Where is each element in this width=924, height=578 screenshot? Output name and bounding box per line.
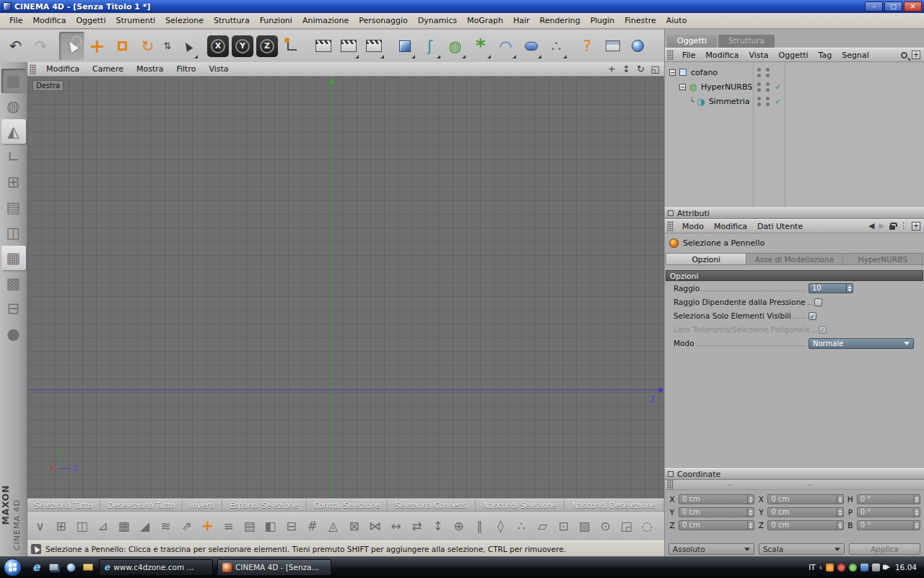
object-row-hypernurbs[interactable]: − ◍ HyperNURBS ✓ <box>665 79 924 94</box>
object-manager-menu-item[interactable]: File <box>677 51 700 60</box>
modeling-tool-icon[interactable]: ⊞ <box>51 514 71 538</box>
object-axis-mode-icon[interactable]: ⊟ <box>1 296 26 321</box>
modeling-tool-icon[interactable]: ▱ <box>532 514 553 538</box>
media-player-icon[interactable] <box>64 559 78 575</box>
taskbar-button-browser[interactable]: e www.c4dzone.com ... <box>99 559 213 576</box>
size-field[interactable]: 0 cm <box>767 494 843 504</box>
toggle-view-icon[interactable]: ◱ <box>649 64 661 75</box>
modeling-tool-icon[interactable]: ◫ <box>71 514 92 538</box>
workplane-mode-icon[interactable]: ▩ <box>1 271 26 296</box>
scale-mode-dropdown[interactable]: Scala <box>759 543 845 555</box>
modeling-tool-icon[interactable]: ◊ <box>490 514 511 538</box>
selection-command-button[interactable]: Inverti <box>183 499 222 511</box>
object-row-simmetria[interactable]: └ ◑ Simmetria ✓ <box>665 94 924 108</box>
minimize-button[interactable]: – <box>865 1 883 12</box>
taskbar-button-cinema4d[interactable]: CINEMA 4D - [Senza... <box>217 559 331 576</box>
redo-button[interactable]: ↷ <box>28 32 53 61</box>
render-visibility-dots[interactable] <box>766 82 770 92</box>
add-nurbs-button[interactable]: ◍ <box>443 32 468 61</box>
viewport-menu-item[interactable]: Filtro <box>170 64 202 74</box>
viewport-menu-item[interactable]: Vista <box>202 64 235 74</box>
selection-command-button[interactable]: Contrai Selezione <box>306 499 388 511</box>
add-primitive-cube-button[interactable] <box>392 32 417 61</box>
history-dots-icon[interactable]: ⋮ <box>899 222 907 230</box>
modeling-tool-icon[interactable]: ↔ <box>385 514 406 538</box>
spinner-arrows[interactable] <box>837 508 843 517</box>
modeling-tool-icon[interactable]: ∨ <box>30 514 51 538</box>
spinner-arrows[interactable] <box>747 521 754 530</box>
render-visibility-dots[interactable] <box>766 68 770 77</box>
menu-item[interactable]: Oggetti <box>71 13 110 28</box>
editor-visibility-dots[interactable] <box>757 68 761 77</box>
add-spline-button[interactable]: ʃ <box>417 32 443 61</box>
hidden-icons-chevron[interactable]: ‹ <box>819 563 822 571</box>
drag-handle[interactable] <box>667 50 674 60</box>
points-mode-icon[interactable]: ◭ <box>1 119 26 144</box>
modeling-tool-icon[interactable]: ⇄ <box>406 514 427 538</box>
object-row-cofano[interactable]: − cofano <box>665 65 924 79</box>
drag-handle[interactable] <box>667 480 674 490</box>
spinner-arrows[interactable] <box>913 508 920 517</box>
menu-item[interactable]: File <box>4 13 27 28</box>
drag-handle[interactable] <box>667 221 674 231</box>
modeling-tool-icon[interactable]: ↕ <box>427 514 448 538</box>
maximize-button[interactable]: □ <box>884 1 902 12</box>
render-view-button[interactable] <box>310 32 336 61</box>
menu-item[interactable]: Rendering <box>535 13 585 28</box>
attributes-menu-item[interactable]: Modo <box>677 222 709 231</box>
explorer-folder-icon[interactable] <box>81 559 95 575</box>
menu-item[interactable]: Struttura <box>209 13 255 28</box>
live-selection-button[interactable] <box>59 32 84 61</box>
spinner-arrows[interactable] <box>837 521 843 530</box>
selection-command-button[interactable]: Deseleziona Tutto <box>100 499 183 511</box>
modeling-tool-icon[interactable]: ⊙ <box>595 514 616 538</box>
add-environment-button[interactable] <box>518 32 544 61</box>
selection-command-button[interactable]: Seleziona Tutto <box>27 499 100 511</box>
position-field[interactable]: 0 cm <box>679 507 754 517</box>
modeling-tool-icon[interactable]: ⇗ <box>176 514 197 538</box>
modeling-tool-icon[interactable]: ⊡ <box>553 514 574 538</box>
modeling-tool-icon[interactable]: ⋈ <box>365 514 385 538</box>
modeling-tool-icon[interactable]: ⊿ <box>92 514 113 538</box>
rotation-field[interactable]: 0 ° <box>857 520 920 530</box>
menu-item[interactable]: Strumenti <box>110 13 160 28</box>
volume-icon[interactable] <box>885 564 890 570</box>
tab-asse-di-modellazione[interactable]: Asse di Modellazione <box>746 253 842 265</box>
selection-command-button[interactable]: Espandi Selezione <box>222 499 306 511</box>
editor-visibility-dots[interactable] <box>757 82 761 92</box>
show-desktop-icon[interactable] <box>46 559 61 575</box>
pressure-checkbox[interactable] <box>814 298 822 306</box>
rotation-field[interactable]: 0 ° <box>857 507 920 517</box>
menu-item[interactable]: Hair <box>508 13 535 28</box>
panel-box-icon[interactable] <box>668 471 674 477</box>
modeling-tool-icon[interactable]: ∥ <box>469 514 490 538</box>
enabled-check-icon[interactable]: ✓ <box>775 82 781 92</box>
selection-command-button[interactable]: Seleziona Connessi <box>388 499 476 511</box>
nav-back-icon[interactable]: ◀ <box>868 222 874 230</box>
add-array-button[interactable]: * <box>468 32 493 61</box>
menu-item[interactable]: MoGraph <box>462 13 508 28</box>
attributes-menu-item[interactable]: Dati Utente <box>752 222 808 231</box>
snap-settings-icon[interactable]: ● <box>1 322 26 346</box>
spinner-arrows[interactable] <box>913 521 920 530</box>
spinner-arrows[interactable] <box>747 495 754 504</box>
undo-button[interactable]: ↶ <box>3 32 28 61</box>
zoom-view-icon[interactable]: ↕ <box>620 64 632 75</box>
lock-z-axis-button[interactable]: Z <box>256 35 278 57</box>
object-name[interactable]: cofano <box>691 68 718 77</box>
add-deformer-button[interactable]: ◠ <box>493 32 518 61</box>
modeling-tool-icon[interactable]: ◲ <box>616 514 637 538</box>
object-name[interactable]: HyperNURBS <box>701 82 752 92</box>
modeling-tool-icon[interactable]: ∴ <box>511 514 532 538</box>
modeling-tool-icon[interactable]: ◧ <box>260 514 281 538</box>
collapse-expander-icon[interactable]: − <box>679 84 686 90</box>
enabled-check-icon[interactable]: ✓ <box>775 97 781 106</box>
security-tray-icon[interactable] <box>837 564 845 571</box>
lock-y-axis-button[interactable]: Y <box>232 35 253 57</box>
viewport-menu-item[interactable]: Modifica <box>40 64 86 74</box>
modeling-tool-icon[interactable]: ⊟ <box>281 514 302 538</box>
render-visibility-dots[interactable] <box>766 97 770 106</box>
object-manager-menu-item[interactable]: Oggetti <box>774 51 814 60</box>
render-picture-viewer-button[interactable] <box>336 32 361 61</box>
modeling-tool-icon[interactable]: ▤ <box>239 514 260 538</box>
